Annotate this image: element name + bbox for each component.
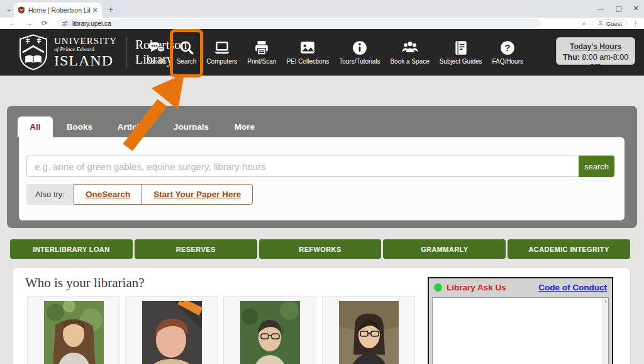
favicon-upei-crest-icon xyxy=(18,6,25,14)
also-try-label: Also try: xyxy=(26,184,74,205)
nav-book-a-space[interactable]: Book a Space xyxy=(388,33,431,71)
reload-button[interactable]: ⟳ xyxy=(42,18,48,28)
chat-widget: Library Ask Us Code of Conduct ▲ xyxy=(428,277,613,364)
librarian-photo-3 xyxy=(240,301,300,364)
guest-label: Guest xyxy=(606,20,622,27)
window-minimize-button[interactable]: — xyxy=(597,4,604,12)
people-icon xyxy=(401,40,419,56)
search-icon xyxy=(178,40,196,56)
image-icon xyxy=(299,40,316,56)
onesearch-link[interactable]: OneSearch xyxy=(74,185,142,204)
nav-label: FAQ/Hours xyxy=(492,58,523,65)
logo-divider xyxy=(126,37,126,67)
librarian-heading: Who is your librarian? xyxy=(25,275,145,291)
chat-scrollbar[interactable]: ▲ xyxy=(602,298,608,364)
hours-value: 8:00 am-8:00 pm xyxy=(580,53,628,71)
search-panel-body: search Also try: OneSearch Start Your Pa… xyxy=(19,137,625,220)
nav-subject-guides[interactable]: Subject Guides xyxy=(438,33,484,71)
url-bar[interactable]: library.upei.ca xyxy=(57,19,541,28)
scroll-up-icon[interactable]: ▲ xyxy=(604,299,608,303)
librarian-card[interactable] xyxy=(322,296,415,364)
todays-hours-box[interactable]: Today's Hours Thu: 8:00 am-8:00 pm xyxy=(556,37,635,65)
chat-title: Library Ask Us xyxy=(447,283,506,292)
window-maximize-button[interactable]: ▢ xyxy=(615,4,621,13)
interlibrary-loan-button[interactable]: INTERLIBRARY LOAN xyxy=(10,239,133,259)
upei-crest-icon xyxy=(18,34,49,71)
tab-search-chevron-icon[interactable]: ⌄ xyxy=(4,4,14,14)
book-icon xyxy=(452,40,470,56)
browser-toolbar: ← → ⟳ library.upei.ca ⌕ Guest ⋮ xyxy=(0,18,644,29)
browser-titlebar: ⌄ Home | Robertson Library ✕ + — ▢ ✕ xyxy=(0,0,644,18)
url-text: library.upei.ca xyxy=(72,20,111,27)
tab-more[interactable]: More xyxy=(223,117,267,137)
university-line2: of Prince Edward xyxy=(54,47,117,52)
browser-menu-icon[interactable]: ⋮ xyxy=(632,20,639,28)
nav-label: Book a Space xyxy=(390,58,429,65)
nav-tours-tutorials[interactable]: Tours/Tutorials xyxy=(337,33,382,71)
nav-label: Tours/Tutorials xyxy=(339,58,380,65)
window-close-button[interactable]: ✕ xyxy=(633,4,639,13)
page: ⌄ Home | Robertson Library ✕ + — ▢ ✕ ← →… xyxy=(0,0,644,364)
search-panel: All Books Articles Journals More search … xyxy=(7,106,637,228)
tab-journals[interactable]: Journals xyxy=(160,117,223,137)
toolbar-magnifier-icon[interactable]: ⌕ xyxy=(582,20,586,28)
back-button[interactable]: ← xyxy=(9,18,16,28)
chat-messages-area[interactable]: ▲ xyxy=(432,297,609,364)
nav-label: Subject Guides xyxy=(440,58,482,65)
site-header: UNIVERSITY of Prince Edward ISLAND Rober… xyxy=(0,29,644,76)
nav-ask-us[interactable]: Ask Us xyxy=(145,33,169,71)
tab-books[interactable]: Books xyxy=(53,117,106,137)
search-submit-button[interactable]: search xyxy=(579,156,614,177)
reserves-button[interactable]: RESERVES xyxy=(135,239,257,259)
tab-articles[interactable]: Articles xyxy=(106,117,160,137)
search-tabs: All Books Articles Journals More xyxy=(18,117,267,137)
new-tab-button[interactable]: + xyxy=(108,4,113,14)
online-status-icon xyxy=(434,283,442,292)
nav-print-scan[interactable]: Print/Scan xyxy=(245,33,278,71)
main-content-panel: Who is your librarian? xyxy=(13,268,630,364)
nav-label: Print/Scan xyxy=(247,58,276,65)
hours-time: Thu: 8:00 am-8:00 pm xyxy=(557,53,635,71)
chat-icon xyxy=(148,40,165,56)
site-settings-icon[interactable] xyxy=(62,20,69,27)
question-icon: ? xyxy=(499,40,516,56)
main-nav: Ask Us Search Computers xyxy=(145,29,525,76)
guest-profile-button[interactable]: Guest xyxy=(592,19,627,28)
chat-header: Library Ask Us Code of Conduct xyxy=(429,278,612,296)
academic-integrity-button[interactable]: ACADEMIC INTEGRITY xyxy=(508,239,630,259)
university-wordmark: UNIVERSITY of Prince Edward ISLAND xyxy=(54,37,117,68)
grammarly-button[interactable]: GRAMMARLY xyxy=(383,239,506,259)
librarian-card[interactable] xyxy=(223,296,316,364)
librarian-photo-1 xyxy=(44,301,104,364)
person-icon xyxy=(597,20,604,26)
printer-icon xyxy=(253,40,270,56)
laptop-icon xyxy=(213,40,231,56)
forward-button[interactable]: → xyxy=(25,18,33,28)
nav-label: Search xyxy=(177,58,197,65)
nav-computers[interactable]: Computers xyxy=(204,33,239,71)
hours-day: Thu: xyxy=(563,53,580,62)
todays-hours-link[interactable]: Today's Hours xyxy=(570,42,621,51)
library-search-input[interactable] xyxy=(26,156,579,177)
librarian-photo-2 xyxy=(142,301,202,364)
nav-faq-hours[interactable]: ? FAQ/Hours xyxy=(491,33,525,71)
also-try-row: Also try: OneSearch Start Your Paper Her… xyxy=(26,184,253,205)
quick-links-row: INTERLIBRARY LOAN RESERVES REFWORKS GRAM… xyxy=(10,239,630,259)
nav-label: PEI Collections xyxy=(286,58,329,65)
nav-label: Computers xyxy=(206,58,237,65)
tab-all[interactable]: All xyxy=(18,117,53,137)
nav-label: Ask Us xyxy=(147,58,167,65)
librarian-card[interactable] xyxy=(27,296,120,364)
svg-text:?: ? xyxy=(505,42,511,53)
info-icon xyxy=(351,40,369,56)
code-of-conduct-link[interactable]: Code of Conduct xyxy=(538,283,607,292)
tab-close-icon[interactable]: ✕ xyxy=(92,6,98,14)
refworks-button[interactable]: REFWORKS xyxy=(259,239,382,259)
nav-search[interactable]: Search xyxy=(175,33,199,71)
start-your-paper-link[interactable]: Start Your Paper Here xyxy=(142,185,252,204)
nav-pei-collections[interactable]: PEI Collections xyxy=(284,33,331,71)
browser-tab[interactable]: Home | Robertson Library ✕ xyxy=(14,3,102,18)
university-line1: UNIVERSITY xyxy=(54,37,117,46)
librarian-photo-4 xyxy=(339,301,399,364)
librarian-card[interactable] xyxy=(125,296,218,364)
